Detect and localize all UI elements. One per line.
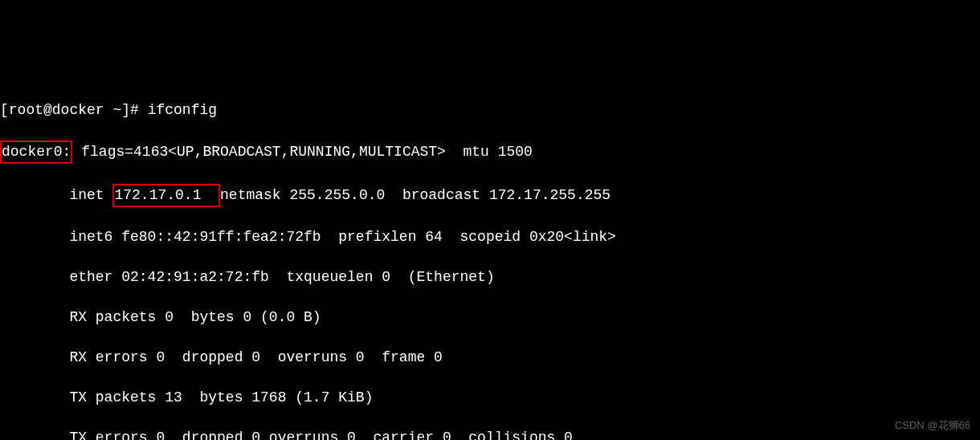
docker0-rxp: RX packets 0 bytes 0 (0.0 B) [0, 308, 980, 328]
terminal-output: [root@docker ~]# ifconfig docker0: flags… [0, 80, 980, 440]
docker0-ether: ether 02:42:91:a2:72:fb txqueuelen 0 (Et… [0, 267, 980, 287]
docker0-txe: TX errors 0 dropped 0 overruns 0 carrier… [0, 428, 980, 440]
iface-docker0-header: docker0: flags=4163<UP,BROADCAST,RUNNING… [0, 141, 980, 164]
prompt-line: [root@docker ~]# ifconfig [0, 100, 980, 120]
inet-label: inet [69, 187, 112, 203]
highlight-ip: 172.17.0.1 [112, 184, 220, 207]
docker0-inet: inet 172.17.0.1 netmask 255.255.0.0 broa… [0, 184, 980, 207]
docker0-txp: TX packets 13 bytes 1768 (1.7 KiB) [0, 388, 980, 408]
docker0-rxe: RX errors 0 dropped 0 overruns 0 frame 0 [0, 348, 980, 368]
highlight-iface-name: docker0: [0, 141, 72, 164]
inet-rest: netmask 255.255.0.0 broadcast 172.17.255… [220, 187, 610, 203]
watermark: CSDN @花狮66 [895, 415, 970, 435]
docker0-inet6: inet6 fe80::42:91ff:fea2:72fb prefixlen … [0, 227, 980, 247]
docker0-flags: flags=4163<UP,BROADCAST,RUNNING,MULTICAS… [72, 144, 533, 160]
